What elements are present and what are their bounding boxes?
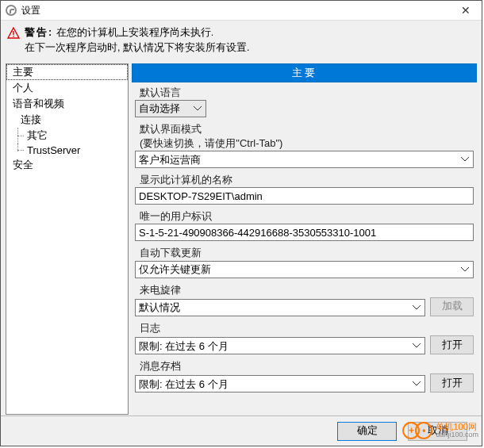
sidebar-item-personal[interactable]: 个人 bbox=[6, 80, 128, 96]
update-label: 自动下载更新 bbox=[135, 246, 474, 260]
footer: 确定 取消 bbox=[1, 415, 482, 446]
ring-select[interactable]: 默认情况 bbox=[135, 299, 425, 316]
log-label: 日志 bbox=[135, 321, 474, 335]
section-header: 主要 bbox=[132, 63, 477, 82]
warning-banner: 警告: 在您的计算机上安装程序尚未执行. 在下一次程序启动时, 默认情况下将安装… bbox=[1, 21, 482, 63]
computer-name-input[interactable] bbox=[135, 187, 474, 205]
cancel-button[interactable]: 取消 bbox=[408, 422, 467, 441]
sidebar: 主要 个人 语音和视频 连接 其它 TrustServer 安全 bbox=[6, 63, 129, 415]
archive-open-button[interactable]: 打开 bbox=[430, 373, 474, 392]
app-icon bbox=[6, 5, 17, 16]
warning-text: 警告: 在您的计算机上安装程序尚未执行. 在下一次程序启动时, 默认情况下将安装… bbox=[25, 25, 249, 56]
ring-label: 来电旋律 bbox=[135, 283, 474, 297]
window-title: 设置 bbox=[21, 4, 40, 17]
sidebar-item-audio-video[interactable]: 语音和视频 bbox=[6, 96, 128, 112]
lang-select[interactable]: 自动选择 bbox=[135, 100, 206, 117]
log-select[interactable]: 限制: 在过去 6 个月 bbox=[135, 337, 425, 354]
update-select[interactable]: 仅允许关键更新 bbox=[135, 261, 474, 278]
archive-label: 消息存档 bbox=[135, 359, 474, 373]
sidebar-item-connection[interactable]: 连接 bbox=[6, 112, 128, 128]
close-icon[interactable]: ✕ bbox=[455, 4, 477, 17]
sidebar-item-security[interactable]: 安全 bbox=[6, 157, 128, 173]
svg-rect-1 bbox=[13, 36, 13, 36]
mode-select[interactable]: 客户和运营商 bbox=[135, 151, 474, 168]
archive-select[interactable]: 限制: 在过去 6 个月 bbox=[135, 375, 425, 392]
uid-label: 唯一的用户标识 bbox=[135, 209, 474, 224]
sidebar-item-trustserver[interactable]: TrustServer bbox=[6, 144, 128, 157]
sidebar-item-main[interactable]: 主要 bbox=[6, 64, 128, 80]
ok-button[interactable]: 确定 bbox=[337, 422, 397, 441]
warning-icon bbox=[7, 27, 20, 40]
titlebar: 设置 ✕ bbox=[1, 1, 482, 21]
svg-rect-0 bbox=[13, 31, 13, 35]
uid-input[interactable] bbox=[135, 224, 474, 241]
sidebar-item-other[interactable]: 其它 bbox=[6, 128, 128, 144]
name-label: 显示此计算机的名称 bbox=[135, 173, 474, 187]
load-button[interactable]: 加载 bbox=[430, 297, 474, 316]
lang-label: 默认语言 bbox=[135, 86, 474, 100]
mode-label: 默认界面模式(要快速切换，请使用"Ctrl-Tab") bbox=[135, 122, 474, 151]
log-open-button[interactable]: 打开 bbox=[430, 335, 474, 354]
